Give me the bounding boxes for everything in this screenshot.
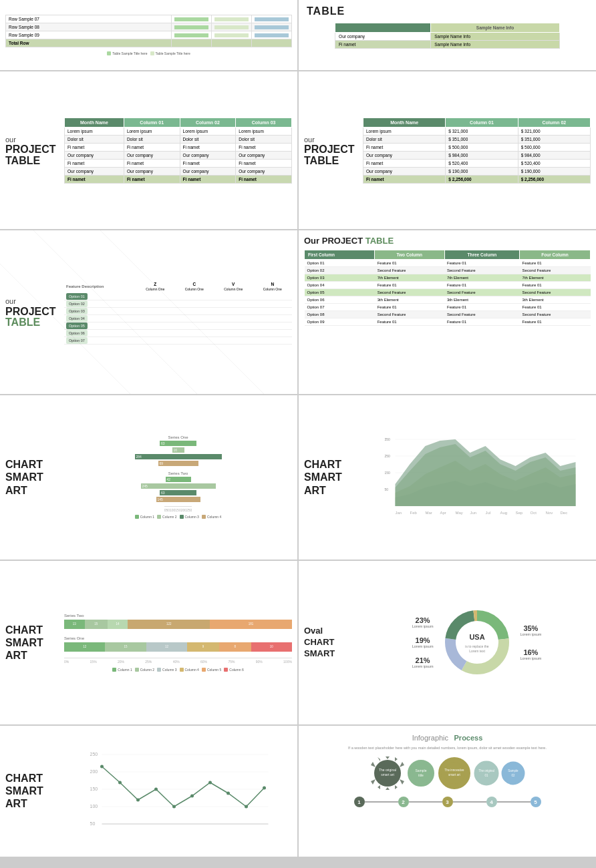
legend-col3: Column 3 [180, 515, 199, 519]
svg-text:Sample: Sample [415, 769, 426, 773]
chart-label-3: CHARTSMARTART [5, 624, 59, 662]
legend-item-1: Table Sample Title here [107, 51, 147, 55]
legend-s2: Column 2 [135, 668, 154, 672]
svg-text:The original: The original [478, 769, 494, 773]
svg-point-57 [263, 786, 266, 789]
big-feature-title: Our PROJECT TABLE [304, 236, 394, 246]
stacked-bar-chart: Series Two 13 15 14 122 181 Series One 1… [64, 614, 292, 672]
svg-text:50: 50 [90, 821, 96, 826]
timeline: 1 2 3 4 5 [303, 797, 592, 807]
svg-text:May: May [456, 511, 463, 515]
svg-text:USA: USA [469, 633, 484, 641]
legend-item-2: Table Sample Title here [150, 51, 190, 55]
svg-text:Jun: Jun [470, 511, 477, 515]
legend-s5: Column 5 [202, 668, 221, 672]
svg-point-52 [172, 805, 176, 808]
infographic-title: Infographic Process [303, 731, 592, 743]
svg-point-49 [118, 781, 122, 784]
svg-point-50 [136, 798, 140, 801]
svg-text:Nov: Nov [546, 511, 553, 515]
gear-1: The original smart art [369, 755, 406, 791]
cell-donut-chart: OvalCHARTSMART 23% Lorem ipsum 19% Lorem… [299, 561, 596, 724]
donut-chart: 23% Lorem ipsum 19% Lorem ipsum 21% Lore… [363, 606, 591, 679]
svg-text:150: 150 [385, 471, 391, 475]
feature-table-chart: Feature Description ZColumn One CColumn … [64, 280, 292, 345]
legend-col4: Column 4 [202, 515, 221, 519]
cell-line-chart: CHARTSMARTART 250 200 150 100 50 [0, 726, 297, 856]
cell-feature-table: our PROJECT TABLE Feature Description ZC… [0, 230, 297, 394]
bar-horizontal-chart: Series One 63 16 284 69 Series Two 42 24… [64, 435, 292, 519]
project-table-label-1: our PROJECT TABLE [5, 134, 59, 167]
svg-text:200: 200 [90, 769, 98, 774]
svg-point-54 [208, 781, 212, 784]
cell-table-legend: Row Sample 07 Row Sample 08 Row Sample 0… [0, 0, 297, 70]
line-chart: 250 200 150 100 50 [64, 748, 292, 835]
gear-5: Sample 02 [500, 761, 526, 786]
svg-point-69 [475, 762, 498, 785]
legend-col2: Column 2 [157, 515, 176, 519]
chart-label-1: CHARTSMARTART [5, 458, 59, 497]
svg-text:250: 250 [385, 454, 391, 458]
gear-2: Sample title [406, 758, 436, 789]
svg-text:Sample: Sample [508, 769, 518, 773]
svg-text:01: 01 [484, 774, 488, 777]
svg-point-56 [245, 805, 248, 808]
stat-23: 23% Lorem ipsum [412, 616, 434, 628]
svg-text:The original: The original [378, 768, 396, 772]
svg-marker-15 [396, 439, 576, 506]
chart-label-4: CHARTSMARTART [5, 772, 59, 811]
legend-s4: Column 4 [180, 668, 199, 672]
svg-text:50: 50 [385, 487, 389, 491]
svg-point-48 [100, 765, 104, 768]
gear-4: The original 01 [472, 759, 500, 787]
project-table-label-2: our PROJECT TABLE [304, 134, 357, 167]
chart-label-2: CHARTSMARTART [304, 458, 357, 497]
feature-table-label: our PROJECT TABLE [5, 296, 59, 329]
big-feature-table: First Column Two Column Three Column Fou… [304, 250, 591, 326]
cell-infographic: Infographic Process If a wooden text pla… [299, 726, 596, 856]
donut-label: OvalCHARTSMART [304, 626, 357, 660]
stat-19: 19% Lorem ipsum [412, 636, 434, 648]
legend-col1: Column 1 [135, 515, 154, 519]
stat-35: 35% Lorem ipsum [520, 624, 542, 636]
cell-area-chart: CHARTSMARTART 350 250 150 50 Jan Feb [299, 395, 596, 559]
svg-text:Sep: Sep [516, 511, 523, 515]
svg-text:Jul: Jul [486, 511, 491, 515]
svg-text:Apr: Apr [440, 511, 446, 515]
svg-text:02: 02 [511, 774, 515, 777]
svg-text:250: 250 [90, 752, 98, 756]
svg-text:is to replace the: is to replace the [465, 644, 489, 648]
svg-text:The innovative: The innovative [444, 769, 464, 772]
legend-s3: Column 3 [157, 668, 176, 672]
legend-s1: Column 1 [112, 668, 132, 672]
svg-point-55 [227, 791, 230, 795]
table-title: TABLE [307, 5, 345, 17]
cell-stacked-bar: CHARTSMARTART Series Two 13 15 14 122 18… [0, 561, 297, 724]
cell-bar-horizontal: CHARTSMARTART Series One 63 16 284 69 Se… [0, 395, 297, 559]
svg-point-72 [502, 763, 524, 784]
svg-text:Dec: Dec [561, 511, 568, 515]
svg-text:150: 150 [90, 787, 98, 791]
legend-s6: Column 6 [224, 668, 243, 672]
stat-21: 21% Lorem ipsum [412, 656, 434, 668]
infographic-desc: If a wooden text placeholder here with y… [303, 746, 592, 750]
svg-text:Mar: Mar [426, 511, 432, 515]
svg-text:100: 100 [90, 804, 98, 809]
cell-project-table-1: our PROJECT TABLE Month Name Column 01 C… [0, 71, 297, 228]
simple-table: Sample Name Info Our companySample Name … [335, 23, 560, 49]
area-chart: 350 250 150 50 Jan Feb Mar Apr May Jun [363, 434, 591, 521]
svg-point-33 [458, 624, 496, 661]
svg-text:title: title [418, 773, 424, 777]
svg-text:350: 350 [385, 437, 391, 441]
project-table-2-chart: Month Name Column 01 Column 02 Lorem ips… [363, 118, 591, 184]
stat-16: 16% Lorem ipsum [520, 648, 542, 660]
svg-text:Oct: Oct [531, 511, 537, 515]
svg-text:Aug: Aug [500, 511, 508, 515]
svg-point-53 [190, 794, 194, 797]
cell-big-feature-table: Our PROJECT TABLE First Column Two Colum… [299, 230, 596, 394]
svg-text:Feb: Feb [410, 511, 418, 515]
svg-text:smart art: smart art [448, 773, 461, 777]
svg-text:Jan: Jan [396, 511, 402, 515]
cell-project-table-2: our PROJECT TABLE Month Name Column 01 C… [299, 71, 596, 228]
legend-table: Row Sample 07 Row Sample 08 Row Sample 0… [5, 15, 292, 47]
